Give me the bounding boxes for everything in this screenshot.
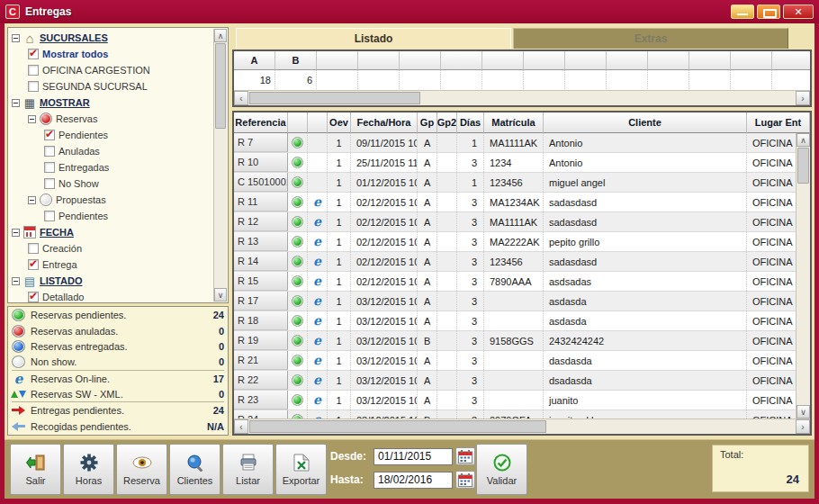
summary-column-header[interactable] bbox=[524, 51, 565, 70]
tree-item[interactable]: Entrega bbox=[10, 256, 213, 273]
column-header[interactable]: Cliente bbox=[544, 112, 747, 133]
summary-cell[interactable] bbox=[689, 70, 731, 89]
checkbox[interactable] bbox=[44, 146, 55, 157]
reference-cell[interactable]: R 14 bbox=[234, 252, 288, 271]
tree-item[interactable]: Creación bbox=[10, 240, 213, 256]
tab-listado[interactable]: Listado bbox=[236, 28, 511, 49]
table-row[interactable]: R 23 e 1 03/12/2015 10:00 A 3 juanito OF… bbox=[234, 391, 810, 410]
reference-cell[interactable]: R 7 bbox=[234, 133, 288, 152]
table-row[interactable]: R 13 e 1 02/12/2015 10:00 A 3 MA2222AK p… bbox=[234, 232, 810, 252]
summary-cell[interactable] bbox=[648, 70, 689, 89]
summary-cell[interactable] bbox=[524, 70, 565, 89]
table-row[interactable]: C 150100016 e 1 01/12/2015 10:20 A 1 123… bbox=[234, 173, 810, 193]
scrollbar-thumb[interactable] bbox=[797, 148, 809, 184]
checkbox[interactable] bbox=[44, 130, 55, 140]
column-header[interactable]: Gp2 bbox=[437, 112, 457, 133]
scrollbar-thumb[interactable] bbox=[249, 92, 420, 104]
summary-cell[interactable] bbox=[731, 70, 772, 89]
reference-cell[interactable]: R 17 bbox=[234, 292, 288, 310]
tree-item[interactable]: FECHA bbox=[10, 224, 213, 240]
summary-cell[interactable] bbox=[441, 70, 482, 89]
summary-column-header[interactable] bbox=[441, 51, 482, 70]
scroll-right-icon[interactable]: › bbox=[796, 91, 810, 105]
scroll-down-icon[interactable]: ∨ bbox=[214, 288, 227, 302]
column-header[interactable]: Gp bbox=[418, 112, 437, 133]
hasta-input[interactable] bbox=[374, 472, 453, 489]
reference-cell[interactable]: R 22 bbox=[234, 371, 288, 390]
tree-item[interactable]: SUCURSALES bbox=[10, 30, 213, 46]
summary-column-header[interactable] bbox=[648, 51, 689, 70]
table-row[interactable]: R 7 e 1 09/11/2015 10:22 A 1 MA1111AK An… bbox=[234, 133, 810, 153]
clientes-button[interactable]: Clientes bbox=[169, 444, 220, 495]
table-row[interactable]: R 14 e 1 02/12/2015 10:00 A 3 123456 sad… bbox=[234, 252, 810, 272]
reference-cell[interactable]: R 10 bbox=[234, 153, 288, 172]
tree-scrollbar[interactable]: ∧ ∨ bbox=[213, 29, 227, 302]
listar-button[interactable]: Listar bbox=[222, 444, 274, 495]
salir-button[interactable]: Salir bbox=[10, 444, 61, 495]
reference-cell[interactable]: R 12 bbox=[234, 212, 288, 231]
column-header[interactable] bbox=[288, 112, 308, 133]
summary-column-header[interactable]: A bbox=[234, 51, 275, 70]
reference-cell[interactable]: R 19 bbox=[234, 331, 288, 350]
summary-cell[interactable] bbox=[358, 70, 400, 89]
validar-button[interactable]: Validar bbox=[476, 444, 527, 495]
summary-column-header[interactable] bbox=[358, 51, 400, 70]
checkbox[interactable] bbox=[44, 162, 55, 173]
reference-cell[interactable]: R 11 bbox=[234, 193, 288, 212]
column-header[interactable]: Matrícula bbox=[484, 112, 544, 133]
tree-item[interactable]: Reservas bbox=[10, 111, 213, 127]
table-horizontal-scrollbar[interactable]: ‹ › bbox=[234, 418, 810, 434]
tree-expander-icon[interactable] bbox=[28, 196, 36, 204]
column-header[interactable]: Fecha/Hora bbox=[351, 112, 418, 133]
table-row[interactable]: R 12 e 1 02/12/2015 10:00 A 3 MA1111AK s… bbox=[234, 212, 810, 232]
summary-cell[interactable] bbox=[482, 70, 524, 89]
summary-column-header[interactable] bbox=[689, 51, 731, 70]
scroll-down-icon[interactable]: ∨ bbox=[796, 405, 810, 418]
desde-calendar-button[interactable] bbox=[455, 447, 475, 465]
tree-item[interactable]: MOSTRAR bbox=[10, 94, 213, 111]
tree-item[interactable]: SEGUNDA SUCURSAL bbox=[10, 78, 213, 94]
table-row[interactable]: R 11 e 1 02/12/2015 10:00 A 3 MA1234AK s… bbox=[234, 193, 810, 212]
summary-column-header[interactable] bbox=[607, 51, 648, 70]
summary-column-header[interactable] bbox=[772, 51, 812, 70]
scroll-left-icon[interactable]: ‹ bbox=[234, 419, 248, 434]
tree-item[interactable]: Pendientes bbox=[10, 208, 213, 224]
checkbox[interactable] bbox=[28, 81, 39, 92]
hasta-calendar-button[interactable] bbox=[455, 471, 475, 489]
reference-cell[interactable]: R 23 bbox=[234, 391, 288, 410]
tree-item[interactable]: Detallado bbox=[10, 289, 213, 303]
tree-item[interactable]: Propuestas bbox=[10, 192, 213, 208]
table-row[interactable]: R 22 e 1 03/12/2015 10:00 A 3 dsadasda O… bbox=[234, 371, 810, 391]
reserva-button[interactable]: Reserva bbox=[116, 444, 167, 495]
summary-cell[interactable] bbox=[400, 70, 441, 89]
tree-item[interactable]: OFICINA CARGESTION bbox=[10, 62, 213, 78]
tree-item[interactable]: Pendientes bbox=[10, 127, 213, 143]
table-row[interactable]: R 17 e 1 03/12/2015 10:00 A 3 asdasda OF… bbox=[234, 292, 810, 311]
scrollbar-thumb[interactable] bbox=[215, 43, 226, 129]
column-header[interactable]: Lugar Ent bbox=[747, 112, 810, 133]
checkbox[interactable] bbox=[28, 292, 39, 302]
table-row[interactable]: R 21 e 1 03/12/2015 10:00 A 3 dasdasda O… bbox=[234, 351, 810, 371]
table-vertical-scrollbar[interactable]: ∧ ∨ bbox=[796, 133, 810, 418]
scroll-right-icon[interactable]: › bbox=[796, 419, 810, 434]
tree-expander-icon[interactable] bbox=[12, 229, 20, 237]
column-header[interactable]: Días bbox=[457, 112, 484, 133]
tree-expander-icon[interactable] bbox=[12, 99, 20, 107]
reference-cell[interactable]: R 13 bbox=[234, 232, 288, 251]
summary-column-header[interactable] bbox=[731, 51, 772, 70]
scrollbar-thumb[interactable] bbox=[249, 420, 546, 433]
column-header[interactable]: Oev bbox=[328, 112, 351, 133]
desde-input[interactable] bbox=[374, 448, 453, 465]
minimize-button[interactable] bbox=[731, 4, 754, 19]
table-row[interactable]: R 19 e 1 03/12/2015 10:00 B 3 9158GGS 24… bbox=[234, 331, 810, 351]
summary-column-header[interactable] bbox=[317, 51, 358, 70]
exportar-button[interactable]: Exportar bbox=[275, 444, 327, 495]
checkbox[interactable] bbox=[44, 178, 55, 189]
summary-cell[interactable] bbox=[565, 70, 607, 89]
horas-button[interactable]: Horas bbox=[63, 444, 114, 495]
summary-column-header[interactable] bbox=[482, 51, 524, 70]
tree-item[interactable]: No Show bbox=[10, 176, 213, 192]
scroll-left-icon[interactable]: ‹ bbox=[234, 91, 248, 105]
checkbox[interactable] bbox=[28, 49, 39, 59]
reference-cell[interactable]: R 21 bbox=[234, 351, 288, 370]
